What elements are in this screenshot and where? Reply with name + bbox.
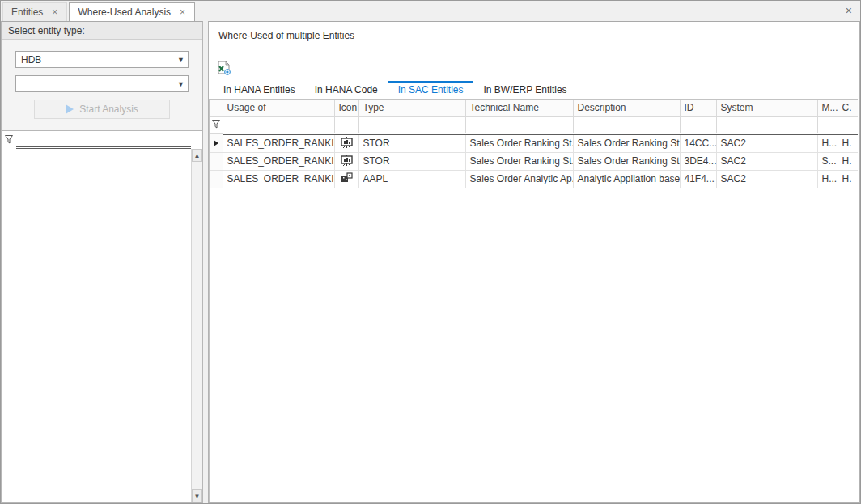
cell-m[interactable]: H...: [817, 170, 838, 188]
app-window: Entities × Where-Used Analysis × × Selec…: [0, 0, 861, 504]
filter-row: [2, 131, 202, 149]
cell-c[interactable]: H.: [838, 152, 858, 170]
col-header-usage-of[interactable]: Usage of: [223, 100, 334, 116]
cell-icon: [334, 170, 358, 188]
tab-entities[interactable]: Entities ×: [2, 2, 67, 21]
filter-cell[interactable]: [45, 131, 191, 149]
cell-usage-of[interactable]: SALES_ORDER_RANKING: [223, 133, 334, 152]
scroll-up-icon[interactable]: ▲: [192, 149, 202, 162]
col-header-system[interactable]: System: [716, 100, 817, 116]
tab-entities-label: Entities: [11, 6, 43, 18]
filter-indicator-cell: [2, 131, 16, 149]
where-used-results-panel: Where-Used of multiple Entities In HANA …: [208, 21, 860, 503]
story-icon: [341, 137, 353, 148]
filter-cell[interactable]: [680, 116, 716, 133]
filter-cell[interactable]: [573, 116, 680, 133]
start-analysis-button[interactable]: Start Analysis: [34, 100, 170, 119]
result-tabstrip: In HANA Entities In HANA Code In SAC Ent…: [209, 81, 859, 99]
cell-id[interactable]: 41F4...: [680, 170, 716, 188]
tab-where-used-analysis[interactable]: Where-Used Analysis ×: [69, 2, 195, 21]
cell-usage-of[interactable]: SALES_ORDER_RANKING: [223, 170, 334, 188]
filter-cell[interactable]: [838, 116, 858, 133]
cell-icon: [334, 152, 358, 170]
col-header-m[interactable]: M...: [817, 100, 838, 116]
chevron-down-icon[interactable]: ▼: [177, 56, 184, 64]
play-icon: [66, 104, 74, 114]
col-header-technical-name[interactable]: Technical Name: [465, 100, 573, 116]
cell-description[interactable]: Analytic Appliation base...: [573, 170, 680, 188]
close-icon[interactable]: ×: [846, 5, 852, 16]
panel-body: HDB ▼ ▼ Start Analysis: [2, 40, 202, 130]
entity-selection-panel: Select entity type: HDB ▼ ▼ Start Analys…: [1, 21, 203, 503]
header-indicator: [210, 100, 223, 116]
filter-cell[interactable]: [334, 116, 358, 133]
cell-technical-name[interactable]: Sales Order Analytic Ap...: [465, 170, 573, 188]
col-header-description[interactable]: Description: [573, 100, 680, 116]
scroll-down-icon[interactable]: ▼: [192, 489, 202, 502]
cell-usage-of[interactable]: SALES_ORDER_RANKING: [223, 152, 334, 170]
col-header-id[interactable]: ID: [680, 100, 716, 116]
row-indicator-cell: [210, 133, 223, 152]
cell-description[interactable]: Sales Order Ranking St...: [573, 152, 680, 170]
col-header-type[interactable]: Type: [358, 100, 465, 116]
entity-list-body[interactable]: [2, 149, 202, 502]
col-header-c[interactable]: C.: [838, 100, 858, 116]
filter-funnel-icon: [212, 120, 220, 129]
cell-id[interactable]: 3DE4...: [680, 152, 716, 170]
main-area: Select entity type: HDB ▼ ▼ Start Analys…: [1, 21, 860, 503]
filter-cell[interactable]: [16, 131, 45, 149]
grid-filter-row: [210, 116, 858, 133]
cell-id[interactable]: 14CC...: [680, 133, 716, 152]
table-row[interactable]: SALES_ORDER_RANKING STOR Sales Order Ran…: [210, 133, 858, 152]
tab-in-bw-erp-entities[interactable]: In BW/ERP Entities: [473, 82, 576, 99]
analytic-application-icon: [341, 172, 353, 184]
entity-dropdown[interactable]: ▼: [15, 75, 189, 92]
export-to-excel-icon[interactable]: [217, 61, 231, 75]
start-analysis-label: Start Analysis: [79, 104, 138, 115]
filter-cell[interactable]: [223, 116, 334, 133]
cell-type[interactable]: STOR: [358, 152, 465, 170]
panel-header: Select entity type:: [2, 22, 202, 40]
cell-technical-name[interactable]: Sales Order Ranking St...: [465, 152, 573, 170]
story-icon: [341, 155, 353, 166]
document-tabbar: Entities × Where-Used Analysis × ×: [1, 1, 860, 21]
filter-cell[interactable]: [716, 116, 817, 133]
table-row[interactable]: SALES_ORDER_RANKING STOR Sales Order Ran…: [210, 152, 858, 170]
filter-cell[interactable]: [817, 116, 838, 133]
tab-in-hana-entities[interactable]: In HANA Entities: [214, 82, 305, 99]
results-toolbar: [209, 43, 859, 81]
tab-in-sac-entities[interactable]: In SAC Entities: [388, 81, 474, 99]
cell-system[interactable]: SAC2: [716, 170, 817, 188]
filter-cell[interactable]: [358, 116, 465, 133]
cell-icon: [334, 133, 358, 152]
results-grid: Usage of Icon Type Technical Name Descri…: [209, 99, 858, 502]
cell-description[interactable]: Sales Order Ranking St...: [573, 133, 680, 152]
cell-system[interactable]: SAC2: [716, 133, 817, 152]
filter-cell[interactable]: [465, 116, 573, 133]
row-indicator-cell: [210, 152, 223, 170]
tab-where-used-label: Where-Used Analysis: [78, 6, 171, 18]
row-indicator-cell: [210, 170, 223, 188]
tab-where-used-close-icon[interactable]: ×: [179, 7, 186, 17]
col-header-icon[interactable]: Icon: [334, 100, 358, 116]
cell-c[interactable]: H.: [838, 133, 858, 152]
results-title: Where-Used of multiple Entities: [209, 22, 859, 43]
table-row[interactable]: SALES_ORDER_RANKING AAPL Sales Order Ana…: [210, 170, 858, 188]
cell-system[interactable]: SAC2: [716, 152, 817, 170]
cell-c[interactable]: H.: [838, 170, 858, 188]
chevron-down-icon[interactable]: ▼: [177, 80, 184, 88]
entity-type-dropdown[interactable]: HDB ▼: [15, 51, 189, 68]
cell-m[interactable]: S...: [817, 152, 838, 170]
tab-entities-close-icon[interactable]: ×: [51, 7, 58, 17]
cell-m[interactable]: H...: [817, 133, 838, 152]
filter-funnel-icon: [5, 135, 13, 144]
tab-in-hana-code[interactable]: In HANA Code: [305, 82, 388, 99]
entity-list-grid: ▲ ▼: [2, 130, 202, 502]
cell-technical-name[interactable]: Sales Order Ranking St...: [465, 133, 573, 152]
cell-type[interactable]: AAPL: [358, 170, 465, 188]
cell-type[interactable]: STOR: [358, 133, 465, 152]
vertical-scrollbar[interactable]: ▲ ▼: [191, 149, 202, 502]
filter-indicator-cell: [210, 116, 223, 133]
entity-type-value: HDB: [21, 54, 41, 66]
grid-header-row: Usage of Icon Type Technical Name Descri…: [210, 100, 858, 116]
